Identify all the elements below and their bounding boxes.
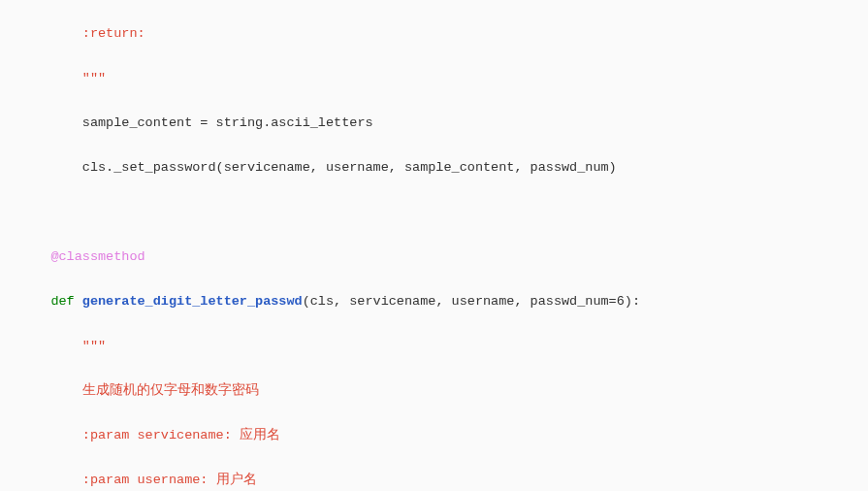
default-value: 6 — [617, 294, 625, 309]
decorator-classmethod: @classmethod — [19, 249, 145, 264]
code-line: cls._set_password(servicename, username,… — [19, 160, 617, 175]
keyword-def: def — [19, 294, 82, 309]
docstring-param-username: :param username: 用户名 — [19, 473, 257, 487]
docstring-param-servicename: :param servicename: 应用名 — [19, 428, 280, 442]
operator-assign: = — [609, 294, 617, 309]
docstring-open: """ — [19, 339, 106, 353]
code-line: sample_content — [19, 115, 200, 130]
docstring-close: """ — [19, 71, 106, 85]
docstring-return: :return: — [19, 26, 145, 41]
param-list: (cls, servicename, username, passwd_num — [303, 294, 609, 309]
code-block: :return: """ sample_content = string.asc… — [0, 0, 868, 491]
code-line: string.ascii_letters — [208, 115, 372, 130]
docstring-desc: 生成随机的仅字母和数字密码 — [19, 383, 259, 398]
function-name: generate_digit_letter_passwd — [82, 294, 303, 309]
paren-close: ): — [625, 294, 640, 309]
